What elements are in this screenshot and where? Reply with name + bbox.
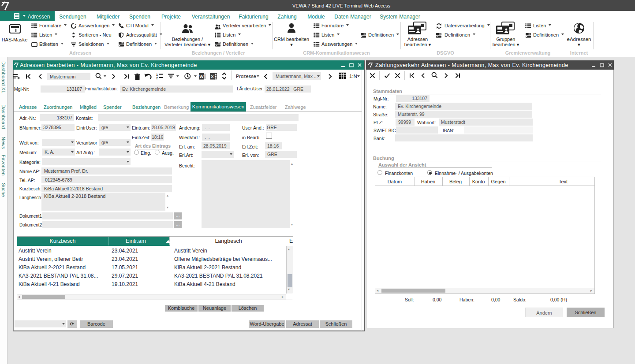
svg-text:2: 2: [156, 77, 158, 80]
svg-text:1: 1: [156, 73, 158, 76]
svg-text:X: X: [211, 74, 214, 79]
svg-text:W: W: [200, 74, 204, 79]
